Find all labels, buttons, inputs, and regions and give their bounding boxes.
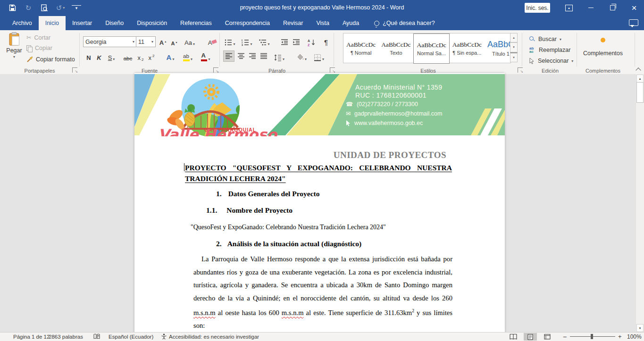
bullet-list-icon [225,39,232,46]
proofing-icon[interactable] [93,333,100,341]
scissors-icon: ✂ [26,34,31,41]
font-dialog-launcher[interactable] [213,67,218,73]
org-name-text: Valle Hermoso [158,126,278,136]
gallery-scroll-down[interactable]: ▾ [510,42,518,52]
zoom-level[interactable]: 100% [627,333,642,341]
font-size-select[interactable]: 11▾ [136,36,156,47]
style-sin-espaciado[interactable]: AaBbCcDc¶ Sin espa... [450,33,485,63]
change-case-button[interactable]: Aa▾ [183,36,197,47]
comments-icon[interactable] [629,19,638,26]
doc-title[interactable]: PROYECTO "QUESOFEST Y EXPOGANADO: CELEBR… [185,162,452,184]
sign-in-button[interactable]: Inic. ses. [525,3,550,13]
find-button[interactable]: Buscar▾ [529,36,561,42]
font-color-button[interactable]: A ▾ [198,51,213,62]
line-spacing-icon [274,54,282,61]
font-family-select[interactable]: Georgia▾ [83,36,137,47]
shading-button[interactable]: ▾ [294,51,309,62]
sort-button[interactable]: AZ [306,36,318,47]
web-layout-button[interactable] [541,333,554,341]
heading-1[interactable]: 1.Datos Generales del Proyecto [216,190,319,198]
restore-button[interactable] [603,0,622,16]
borders-button[interactable]: ▾ [311,51,326,62]
increase-indent-button[interactable] [292,36,301,47]
heading-1-1[interactable]: 1.1.Nombre del Proyecto [206,206,293,215]
bold-button[interactable]: N [84,51,93,62]
group-label-editing: Edición [524,68,577,74]
zoom-slider-thumb[interactable] [591,334,593,339]
copy-button: Copiar [26,45,52,51]
tab-archivo[interactable]: Archivo [6,16,39,30]
clipboard-dialog-launcher[interactable] [72,67,77,73]
justify-button[interactable] [259,51,269,61]
align-center-button[interactable] [236,51,246,61]
align-right-button[interactable] [247,51,258,61]
tab-correspondencia[interactable]: Correspondencia [218,16,276,30]
tab-ayuda[interactable]: Ayuda [336,16,366,30]
underline-button[interactable]: S▾ [105,51,118,62]
addins-button[interactable]: Complementos [579,34,627,57]
multilevel-list-button[interactable]: ▾ [258,36,271,47]
word-count[interactable]: 2863 palabras [49,333,83,341]
tab-inicio[interactable]: Inicio [39,16,66,30]
title-bar: ↻ ↺▾ ▾ proyecto queso fest y expoganado … [0,0,644,16]
tab-disposicion[interactable]: Disposición [130,16,174,30]
style-texto[interactable]: AaBbCcDcTexto [378,33,413,63]
minimize-button[interactable] [581,0,600,16]
format-painter-button[interactable]: Copiar formato [26,56,75,63]
collapse-ribbon-icon[interactable] [636,68,642,72]
read-mode-button[interactable] [507,333,520,341]
svg-text:Z: Z [308,43,310,47]
tab-revisar[interactable]: Revisar [276,16,309,30]
page-indicator[interactable]: Página 1 de 12 [13,333,50,341]
body-paragraph[interactable]: La Parroquia de Valle Hermoso responde a… [193,253,452,333]
status-bar: Página 1 de 12 2863 palabras Español (Ec… [0,332,644,341]
scroll-up-button[interactable]: ▴ [636,75,644,83]
tab-diseno[interactable]: Diseño [99,16,130,30]
paragraph-dialog-launcher[interactable] [330,67,335,73]
project-name-line[interactable]: "QuesoFest y ExpoGanado: Celebrando Nues… [191,224,386,231]
style-normal-sa[interactable]: AaBbCcDcNormal Sa... [413,33,449,64]
scrollbar-thumb[interactable] [636,82,644,103]
paste-button[interactable]: Pegar ▾ [4,32,25,64]
styles-dialog-launcher[interactable] [518,67,523,73]
ribbon-display-options-button[interactable]: ▴ [560,0,578,16]
scroll-down-button[interactable]: ▾ [636,324,644,332]
style-normal[interactable]: AaBbCcDc¶ Normal [343,33,378,63]
tab-insertar[interactable]: Insertar [66,16,99,30]
restore-icon [610,5,615,10]
decrease-indent-button[interactable] [280,36,289,47]
replace-button[interactable]: abac Reemplazar [529,47,570,53]
vertical-scrollbar[interactable]: ▴ ▾ [636,74,644,333]
clear-formatting-button[interactable]: A [204,36,216,47]
gallery-expand[interactable]: ▾ [510,52,518,62]
shrink-font-button[interactable]: A▾ [169,36,179,47]
print-layout-button[interactable] [524,333,537,341]
multilevel-list-icon [259,39,267,46]
letterhead-email: ✉gadprvallehermoso@hotmail.com [346,110,442,117]
numbering-button[interactable]: ▾ [240,36,254,47]
superscript-button[interactable]: x2 [147,51,156,62]
document-page[interactable]: GAD PARROQUIAL Valle Hermoso Acuerdo Min… [134,73,505,333]
gallery-scroll-up[interactable]: ▴ [510,33,518,42]
italic-button[interactable]: K [95,51,103,62]
tab-referencias[interactable]: Referencias [174,16,218,30]
show-marks-button[interactable]: ¶ [322,36,330,47]
zoom-out-button[interactable]: − [563,333,567,341]
highlight-color-button[interactable]: ab ▾ [180,51,195,62]
language-indicator[interactable]: Español (Ecuador) [109,333,153,341]
line-spacing-button[interactable]: ▾ [272,51,286,62]
heading-2[interactable]: 2.Análisis de la situación actual (diagn… [216,240,361,248]
grow-font-button[interactable]: A▴ [158,36,167,47]
tell-me-box[interactable]: ¿Qué desea hacer? [374,16,435,30]
close-button[interactable]: × [625,0,644,16]
styles-gallery: AaBbCcDc¶ Normal AaBbCcDcTexto AaBbCcDcN… [343,33,511,63]
accessibility-status[interactable]: Accesibilidad: es necesario investigar [169,333,259,341]
subscript-button[interactable]: x2 [136,51,145,62]
text-effects-button[interactable]: A▾ [163,51,177,62]
select-button[interactable]: Seleccionar▾ [529,58,573,64]
strikethrough-button[interactable]: abc [122,51,134,62]
zoom-in-button[interactable]: + [618,333,622,341]
align-left-button[interactable] [224,51,234,61]
tab-vista[interactable]: Vista [309,16,336,30]
bullets-button[interactable]: ▾ [224,36,236,47]
